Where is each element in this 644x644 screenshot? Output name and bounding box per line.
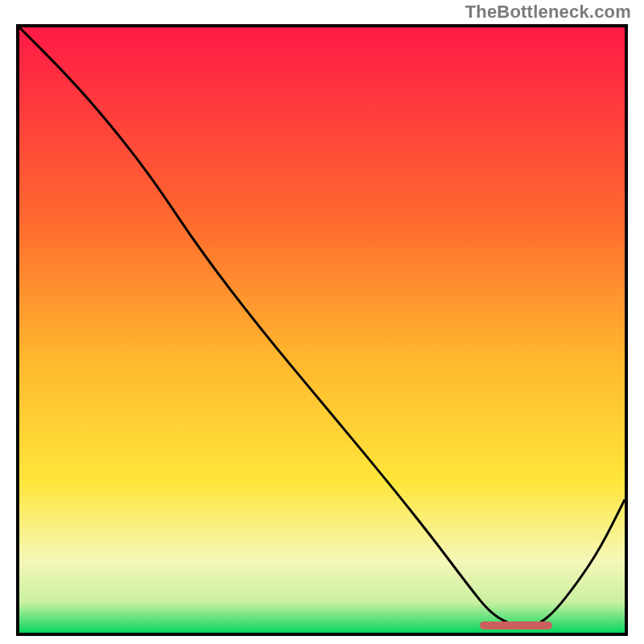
valley-marker (480, 621, 552, 630)
chart-canvas (19, 27, 625, 633)
chart-curve (19, 27, 625, 633)
chart-frame (16, 24, 628, 636)
attribution-text: TheBottleneck.com (465, 2, 631, 23)
